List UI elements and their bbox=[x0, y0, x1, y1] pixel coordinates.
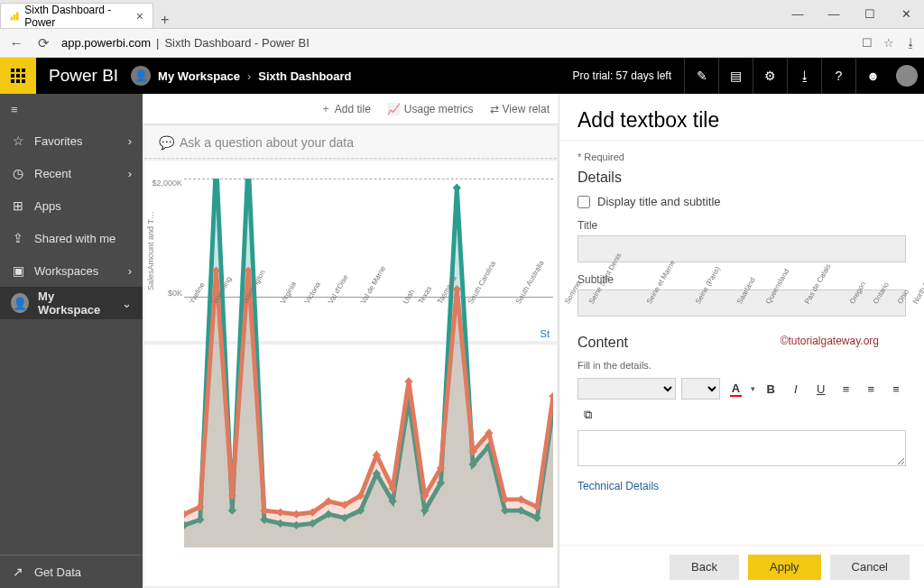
trial-status: Pro trial: 57 days left bbox=[560, 69, 684, 82]
sidebar-item-recent[interactable]: ◷Recent› bbox=[0, 157, 143, 189]
powerbi-favicon bbox=[10, 11, 19, 22]
clock-icon: ◷ bbox=[11, 166, 25, 180]
link-button[interactable]: ⧉ bbox=[578, 405, 597, 425]
sidebar-get-data-label: Get Data bbox=[34, 565, 81, 579]
related-icon: ⇄ bbox=[490, 103, 499, 115]
chevron-right-icon: › bbox=[128, 167, 132, 180]
comment-icon[interactable]: ▤ bbox=[718, 58, 753, 94]
align-right-button[interactable]: ≡ bbox=[886, 379, 906, 399]
title-label: Title bbox=[578, 219, 906, 232]
rte-toolbar: A▾ B I U ≡ ≡ ≡ bbox=[578, 378, 906, 400]
stack-icon: ▣ bbox=[11, 263, 25, 278]
get-data-icon: ↗ bbox=[11, 565, 25, 579]
address-bar[interactable]: app.powerbi.com | Sixth Dashboard - Powe… bbox=[61, 36, 853, 50]
user-avatar-icon: 👤 bbox=[131, 66, 151, 86]
svg-rect-10 bbox=[16, 79, 20, 83]
sidebar-item-my-workspace[interactable]: 👤My Workspace ⌄ bbox=[0, 287, 143, 319]
cancel-button[interactable]: Cancel bbox=[830, 555, 910, 580]
svg-rect-30 bbox=[453, 184, 461, 192]
font-size-select[interactable] bbox=[681, 378, 721, 400]
share-icon: ⇪ bbox=[11, 231, 25, 245]
star-icon[interactable]: ☆ bbox=[883, 36, 894, 50]
panel-buttons: Back Apply Cancel bbox=[559, 545, 924, 588]
svg-rect-0 bbox=[11, 16, 14, 20]
window-line-icon[interactable]: — bbox=[780, 0, 816, 28]
qna-input[interactable]: 💬 Ask a question about your data bbox=[144, 126, 557, 159]
window-controls: — — ☐ ✕ bbox=[780, 0, 924, 28]
back-button[interactable]: Back bbox=[670, 555, 739, 580]
sidebar-my-workspace-label: My Workspace bbox=[38, 289, 113, 317]
app-bar: Power BI 👤 My Workspace › Sixth Dashboar… bbox=[0, 58, 924, 94]
usage-metrics-button[interactable]: 📈Usage metrics bbox=[387, 103, 474, 115]
add-tile-button[interactable]: ＋Add tile bbox=[320, 101, 371, 116]
reload-icon[interactable]: ⟳ bbox=[34, 35, 52, 51]
chart-icon: 📈 bbox=[387, 103, 401, 115]
technical-details-link[interactable]: Technical Details bbox=[578, 480, 659, 492]
breadcrumb-page[interactable]: Sixth Dashboard bbox=[258, 69, 351, 83]
smile-icon[interactable]: ☻ bbox=[855, 58, 890, 94]
app-launcher-icon[interactable] bbox=[0, 58, 36, 94]
browser-tab[interactable]: Sixth Dashboard - Power × bbox=[0, 3, 153, 28]
sidebar-item-apps[interactable]: ⊞Apps bbox=[0, 189, 143, 222]
browser-titlebar: Sixth Dashboard - Power × + — — ☐ ✕ bbox=[0, 0, 924, 29]
svg-rect-8 bbox=[22, 74, 25, 78]
italic-button[interactable]: I bbox=[786, 379, 806, 399]
sidebar-item-favorites[interactable]: ☆Favorites› bbox=[0, 124, 143, 157]
svg-rect-11 bbox=[22, 79, 25, 83]
sidebar-item-label: Recent bbox=[34, 167, 71, 180]
bold-button[interactable]: B bbox=[761, 379, 781, 399]
sidebar-get-data[interactable]: ↗Get Data bbox=[0, 556, 143, 588]
details-heading: Details bbox=[578, 170, 906, 186]
sidebar-collapse-icon[interactable]: ≡ bbox=[0, 94, 143, 124]
tile-footer-link[interactable]: St bbox=[541, 328, 550, 339]
font-color-button[interactable]: A bbox=[725, 379, 745, 399]
chart-ylabel: SalesAmount and T… bbox=[144, 161, 157, 341]
help-icon[interactable]: ? bbox=[821, 58, 855, 94]
apps-icon: ⊞ bbox=[11, 198, 25, 213]
svg-rect-7 bbox=[16, 74, 20, 78]
new-tab-button[interactable]: + bbox=[153, 12, 176, 28]
gear-icon[interactable]: ⚙ bbox=[753, 58, 787, 94]
display-title-checkbox[interactable]: Display title and subtitle bbox=[578, 195, 906, 208]
close-tab-icon[interactable]: × bbox=[136, 9, 143, 23]
close-window-icon[interactable]: ✕ bbox=[888, 0, 924, 28]
fill-note: Fill in the details. bbox=[578, 360, 906, 371]
dashboard-content: ＋Add tile 📈Usage metrics ⇄View relat 💬 A… bbox=[143, 94, 559, 588]
url-domain: app.powerbi.com bbox=[61, 36, 151, 50]
minimize-icon[interactable]: — bbox=[816, 0, 852, 28]
edit-icon[interactable]: ✎ bbox=[684, 58, 718, 94]
underline-button[interactable]: U bbox=[811, 379, 831, 399]
sidebar: ≡ ☆Favorites›◷Recent›⊞Apps⇪Shared with m… bbox=[0, 94, 143, 588]
download-icon[interactable]: ⭳ bbox=[905, 36, 917, 50]
chevron-right-icon: › bbox=[128, 134, 132, 148]
chart-yticks: $2,000K $0K bbox=[157, 179, 184, 298]
svg-rect-2 bbox=[16, 12, 19, 20]
bookmark-icon[interactable]: ☐ bbox=[862, 36, 873, 50]
sidebar-item-workspaces[interactable]: ▣Workspaces› bbox=[0, 254, 143, 287]
back-icon[interactable]: ← bbox=[7, 35, 25, 51]
font-family-select[interactable] bbox=[578, 378, 676, 400]
brand-label: Power BI bbox=[36, 66, 131, 86]
svg-rect-9 bbox=[11, 79, 14, 83]
qna-placeholder: Ask a question about your data bbox=[180, 135, 354, 150]
chart-tile[interactable]: SalesAmount and T… $2,000K $0K YvelineWy… bbox=[144, 161, 557, 341]
view-related-button[interactable]: ⇄View relat bbox=[490, 103, 550, 115]
maximize-icon[interactable]: ☐ bbox=[852, 0, 888, 28]
sidebar-item-label: Favorites bbox=[34, 134, 82, 148]
caret-down-icon[interactable]: ▾ bbox=[751, 384, 755, 393]
content-toolbar: ＋Add tile 📈Usage metrics ⇄View relat bbox=[143, 94, 559, 124]
sidebar-item-shared-with-me[interactable]: ⇪Shared with me bbox=[0, 222, 143, 254]
display-title-input[interactable] bbox=[578, 196, 590, 208]
download-icon[interactable]: ⭳ bbox=[787, 58, 821, 94]
profile-avatar[interactable] bbox=[890, 58, 924, 94]
align-left-button[interactable]: ≡ bbox=[836, 379, 856, 399]
breadcrumb-workspace[interactable]: My Workspace bbox=[158, 69, 240, 83]
rte-textarea[interactable] bbox=[578, 430, 906, 466]
required-note: * Required bbox=[578, 152, 906, 162]
apply-button[interactable]: Apply bbox=[748, 555, 821, 580]
plus-icon: ＋ bbox=[320, 101, 331, 116]
chart-xticks: YvelineWyomingWashingtonVirginiaVictoria… bbox=[184, 298, 553, 341]
align-center-button[interactable]: ≡ bbox=[861, 379, 881, 399]
panel-title: Add textbox tile bbox=[578, 108, 906, 133]
breadcrumb: 👤 My Workspace › Sixth Dashboard bbox=[131, 66, 351, 86]
